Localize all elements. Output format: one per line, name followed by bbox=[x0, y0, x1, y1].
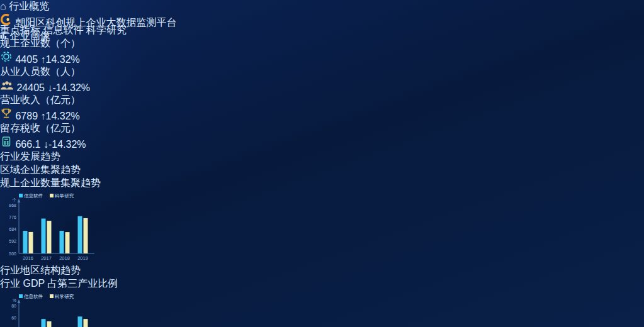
svg-text:%: % bbox=[13, 298, 16, 302]
left-column: 重点指标 信息软件 科学研究 规上企业数（个） 4405 ↑14.32% 从业人… bbox=[0, 24, 644, 327]
subsection-title: 区域企业集聚趋势 bbox=[0, 164, 81, 175]
kpi-value: 4405 bbox=[15, 54, 38, 65]
gdp-share-chart: 行业 GDP 占第三产业比例信息软件科学研究020406080%20162017… bbox=[0, 277, 644, 327]
chart-title: 规上企业数量集聚趋势 bbox=[0, 177, 644, 190]
svg-text:776: 776 bbox=[9, 215, 16, 219]
kpi-card: 从业人员数（人） 24405 ↓-14.32% bbox=[0, 65, 644, 94]
kpi-delta: ↑14.32% bbox=[41, 111, 80, 121]
home-icon: ⌂ bbox=[0, 1, 6, 11]
gdp-share-card: 行业地区结构趋势 行业 GDP 占第三产业比例信息软件科学研究020406080… bbox=[0, 264, 644, 327]
dev-trend-header: 行业发展趋势 bbox=[0, 150, 644, 164]
agg-trend-chart: 规上企业数量集聚趋势信息软件科学研究500592684776868个201620… bbox=[0, 177, 644, 264]
app-title: 朝阳区科创规上企业大数据监测平台 bbox=[0, 13, 644, 30]
svg-text:2017: 2017 bbox=[41, 255, 52, 261]
svg-text:个: 个 bbox=[13, 197, 17, 202]
kpi-card: 营业收入（亿元） 6789 ↑14.32% bbox=[0, 94, 644, 122]
arrow-down-icon: ↓ bbox=[47, 82, 52, 93]
nav-industry-overview-label: 行业概览 bbox=[9, 1, 49, 11]
kpi-value: 6789 bbox=[15, 111, 38, 121]
kpi-label: 营业收入（亿元） bbox=[0, 94, 644, 107]
kpi-delta: ↓-14.32% bbox=[47, 82, 90, 93]
kpi-delta: ↓-14.32% bbox=[43, 139, 86, 150]
calc-icon bbox=[0, 135, 13, 148]
gear-icon bbox=[0, 50, 13, 63]
app-title-text: 朝阳区科创规上企业大数据监测平台 bbox=[15, 17, 176, 28]
svg-text:2019: 2019 bbox=[77, 255, 88, 261]
chart-title: 行业 GDP 占第三产业比例 bbox=[0, 277, 644, 291]
kpi-label: 从业人员数（人） bbox=[0, 65, 644, 79]
kpi-label: 留存税收（亿元） bbox=[0, 122, 644, 135]
kpi-value: 666.1 bbox=[15, 139, 40, 150]
agg-trend-card: 区域企业集聚趋势 规上企业数量集聚趋势信息软件科学研究5005926847768… bbox=[0, 164, 644, 264]
svg-text:科学研究: 科学研究 bbox=[54, 294, 74, 299]
app-logo-icon bbox=[0, 13, 13, 26]
trophy-icon bbox=[0, 107, 13, 119]
subsection-title: 行业地区结构趋势 bbox=[0, 265, 81, 275]
svg-text:科学研究: 科学研究 bbox=[54, 193, 74, 199]
kpi-value: 24405 bbox=[16, 82, 45, 93]
grouped-bar-chart: 信息软件科学研究500592684776868个2016201720182019 bbox=[0, 190, 96, 262]
people-icon bbox=[0, 79, 14, 91]
arrow-up-icon: ↑ bbox=[41, 111, 46, 121]
panel-title: 行业发展趋势 bbox=[0, 151, 60, 162]
top-header: ⌂ 行业概览 朝阳区科创规上企业大数据监测平台 企业画像 bbox=[0, 0, 644, 24]
svg-text:2016: 2016 bbox=[23, 255, 33, 261]
svg-text:500: 500 bbox=[9, 252, 16, 256]
kpi-delta: ↑14.32% bbox=[41, 54, 80, 65]
svg-text:2018: 2018 bbox=[59, 255, 70, 261]
svg-text:60: 60 bbox=[11, 316, 16, 320]
svg-text:868: 868 bbox=[9, 203, 16, 208]
svg-text:信息软件: 信息软件 bbox=[24, 294, 43, 299]
svg-text:信息软件: 信息软件 bbox=[24, 193, 43, 199]
nav-enterprise-portrait[interactable]: 企业画像 bbox=[0, 30, 644, 43]
nav-enterprise-portrait-label: 企业画像 bbox=[9, 30, 50, 41]
kpi-card: 留存税收（亿元） 666.1 ↓-14.32% bbox=[0, 122, 644, 150]
kpi-grid: 规上企业数（个） 4405 ↑14.32% 从业人员数（人） 24405 ↓-1… bbox=[0, 37, 644, 150]
subsection-header: 行业地区结构趋势 bbox=[0, 264, 644, 277]
bar-chart-icon bbox=[0, 32, 7, 39]
svg-text:684: 684 bbox=[9, 227, 16, 231]
dashboard-body: 重点指标 信息软件 科学研究 规上企业数（个） 4405 ↑14.32% 从业人… bbox=[0, 24, 644, 327]
svg-text:80: 80 bbox=[11, 304, 16, 308]
key-indicators-panel: 规上企业数（个） 4405 ↑14.32% 从业人员数（人） 24405 ↓-1… bbox=[0, 37, 644, 150]
arrow-up-icon: ↑ bbox=[41, 54, 46, 65]
grouped-bar-chart: 信息软件科学研究020406080%2016201720182019 bbox=[0, 291, 96, 327]
nav-industry-overview[interactable]: ⌂ 行业概览 bbox=[0, 0, 644, 13]
svg-text:592: 592 bbox=[9, 239, 16, 243]
industry-dev-trend-column: 行业发展趋势 区域企业集聚趋势 规上企业数量集聚趋势信息软件科学研究500592… bbox=[0, 150, 644, 327]
subsection-header: 区域企业集聚趋势 bbox=[0, 164, 644, 177]
arrow-down-icon: ↓ bbox=[43, 139, 48, 150]
